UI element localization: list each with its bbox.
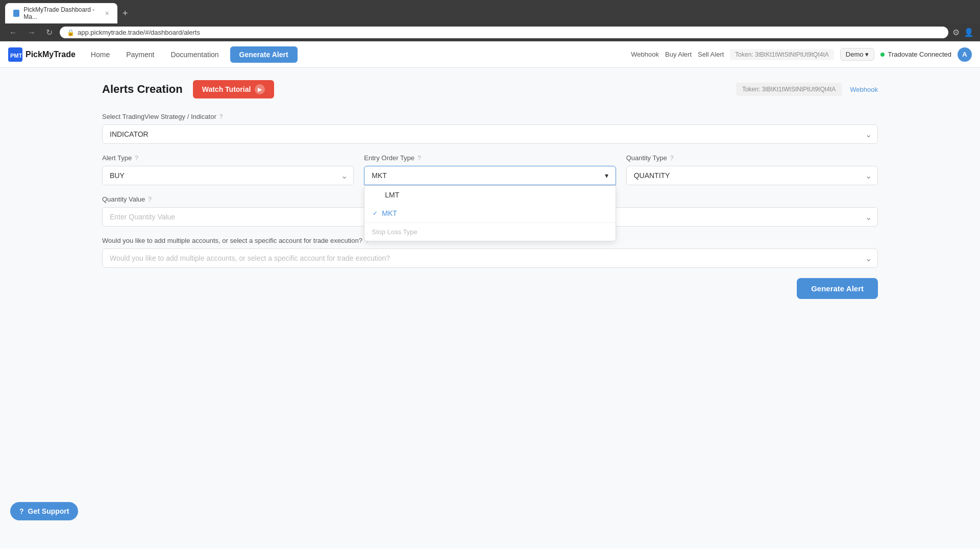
svg-text:PMT: PMT — [10, 53, 22, 59]
multiple-accounts-form-group: Would you like to add multiple accounts,… — [102, 237, 878, 268]
alert-type-label: Alert Type ? — [102, 154, 354, 162]
tradovate-badge: Tradovate Connected — [880, 51, 951, 58]
header-token: Token: 3tBtKt1tWtStNtPtUt9tQt4tA — [736, 83, 842, 96]
multiple-accounts-group: Would you like to add multiple accounts,… — [102, 237, 878, 268]
entry-order-dropdown-menu: LMT ✓ MKT Stop Loss Type — [364, 185, 616, 241]
check-icon: ✓ — [373, 210, 378, 217]
entry-order-group: Entry Order Type ? MKT ▾ LMT ✓ MKT — [364, 154, 616, 185]
header-webhook-link[interactable]: Webhook — [850, 86, 878, 93]
quantity-type-label: Quantity Type ? — [626, 154, 878, 162]
alert-type-help-icon[interactable]: ? — [135, 155, 138, 162]
logo-icon: PMT — [8, 47, 22, 62]
forward-button[interactable]: → — [24, 27, 39, 38]
url-text: app.pickmytrade.trade/#/dashboard/alerts — [78, 29, 941, 36]
alerts-header: Alerts Creation Watch Tutorial ▶ Token: … — [102, 80, 878, 98]
generate-alert-nav-button[interactable]: Generate Alert — [230, 46, 298, 63]
dropdown-item-lmt[interactable]: LMT — [364, 186, 615, 204]
extensions-button[interactable]: ⚙ — [952, 28, 960, 37]
quantity-type-help-icon[interactable]: ? — [670, 155, 674, 162]
page-content: Alerts Creation Watch Tutorial ▶ Token: … — [0, 68, 980, 548]
tab-title: PickMyTrade Dashboard - Ma... — [23, 6, 99, 20]
play-icon: ▶ — [255, 84, 265, 94]
alert-form-row: Alert Type ? BUY Entry Order Type ? MKT … — [102, 154, 878, 185]
logo-text: PickMyTrade — [26, 50, 76, 59]
tradovate-label: Tradovate Connected — [888, 51, 951, 58]
alert-type-select[interactable]: BUY — [102, 166, 354, 185]
payment-nav[interactable]: Payment — [119, 46, 161, 63]
tab-close-icon[interactable]: × — [105, 9, 109, 17]
back-button[interactable]: ← — [6, 27, 20, 38]
stop-loss-placeholder: Stop Loss Type — [364, 222, 615, 241]
strategy-help-icon[interactable]: ? — [219, 113, 223, 120]
watch-tutorial-button[interactable]: Watch Tutorial ▶ — [193, 80, 275, 98]
multiple-accounts-select[interactable]: Would you like to add multiple accounts,… — [102, 248, 878, 268]
entry-order-help-icon[interactable]: ? — [418, 155, 421, 162]
app-navbar: PMT PickMyTrade Home Payment Documentati… — [0, 41, 980, 68]
alert-type-group: Alert Type ? BUY — [102, 154, 354, 185]
strategy-group: Select TradingView Strategy / Indicator … — [102, 113, 878, 144]
tab-favicon — [13, 10, 19, 17]
entry-order-dropdown: MKT ▾ LMT ✓ MKT Stop Loss Type — [364, 166, 616, 185]
get-support-button[interactable]: ? Get Support — [10, 502, 78, 520]
app-logo: PMT PickMyTrade — [8, 47, 76, 62]
page-title: Alerts Creation — [102, 83, 183, 96]
lock-icon: 🔒 — [67, 29, 75, 36]
entry-order-chevron-icon: ▾ — [605, 171, 608, 180]
address-bar[interactable]: 🔒 app.pickmytrade.trade/#/dashboard/aler… — [60, 27, 948, 38]
alert-type-select-wrapper: BUY — [102, 166, 354, 185]
entry-order-select[interactable]: MKT ▾ — [364, 166, 616, 185]
user-avatar[interactable]: A — [958, 47, 972, 62]
strategy-select-wrapper: INDICATOR — [102, 124, 878, 144]
documentation-nav[interactable]: Documentation — [163, 46, 226, 63]
support-icon: ? — [19, 507, 24, 515]
quantity-type-select[interactable]: QUANTITY — [626, 166, 878, 185]
token-display: Token: 3tBtKt1tWtStNtPtUt9tQt4tA — [730, 49, 834, 60]
entry-order-label: Entry Order Type ? — [364, 154, 616, 162]
quantity-type-group: Quantity Type ? QUANTITY — [626, 154, 878, 185]
quantity-type-select-wrapper: QUANTITY — [626, 166, 878, 185]
multiple-accounts-select-wrapper: Would you like to add multiple accounts,… — [102, 248, 878, 268]
demo-label: Demo — [846, 51, 864, 58]
active-tab[interactable]: PickMyTrade Dashboard - Ma... × — [5, 3, 117, 23]
watch-tutorial-label: Watch Tutorial — [202, 85, 251, 93]
dropdown-item-mkt[interactable]: ✓ MKT — [364, 204, 615, 222]
refresh-button[interactable]: ↻ — [43, 27, 56, 38]
buy-alert-nav-link[interactable]: Buy Alert — [665, 51, 692, 58]
generate-alert-button[interactable]: Generate Alert — [797, 278, 878, 299]
big-text-section: Limit Order ( Lmt ) Market Order — [0, 548, 980, 551]
strategy-select[interactable]: INDICATOR — [102, 124, 878, 144]
quantity-value-help-icon[interactable]: ? — [148, 196, 152, 203]
webhook-nav-link[interactable]: Webhook — [631, 51, 659, 58]
generate-btn-wrapper: Generate Alert — [102, 278, 878, 299]
demo-selector[interactable]: Demo ▾ — [840, 48, 875, 61]
connection-status-dot — [880, 53, 885, 57]
new-tab-button[interactable]: + — [119, 8, 131, 19]
profile-button[interactable]: 👤 — [964, 28, 974, 37]
sell-alert-nav-link[interactable]: Sell Alert — [698, 51, 724, 58]
demo-chevron-icon: ▾ — [865, 51, 869, 58]
strategy-label: Select TradingView Strategy / Indicator … — [102, 113, 878, 120]
home-nav[interactable]: Home — [84, 46, 117, 63]
